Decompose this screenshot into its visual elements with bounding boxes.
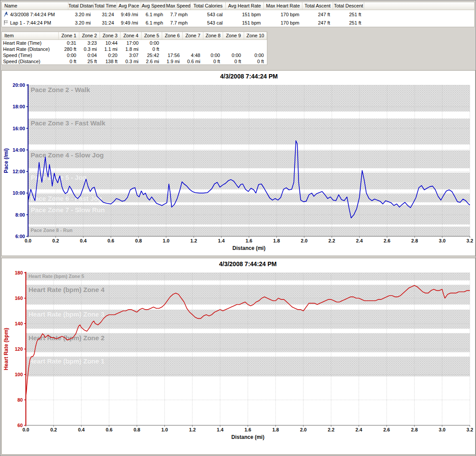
cell-zone-2: 0:04 (79, 52, 100, 58)
cell-zone-7 (183, 46, 203, 52)
cell-zone-3: 138 ft (100, 58, 121, 64)
x-tick-label: 1.4 (218, 238, 225, 243)
cell-zone-5: 2.6 mi (142, 58, 162, 64)
row-label: Speed (Distance) (3, 59, 40, 64)
x-tick-label: 0.6 (106, 427, 112, 432)
column-header-max-heart-rate[interactable]: Max Heart Rate (264, 2, 302, 10)
zone-label: Pace Zone 2 - Walk (31, 86, 90, 93)
cell-zone-10 (244, 46, 267, 52)
x-tick-label: 1.2 (190, 238, 197, 243)
x-tick-label: 2.0 (301, 238, 307, 243)
zones-table: ItemZone 1Zone 2Zone 3Zone 4Zone 5Zone 6… (1, 32, 267, 65)
y-tick-label: 120 (15, 346, 23, 352)
zone-stat-row[interactable]: Speed (Distance)0 ft25 ft138 ft0.3 mi2.6… (2, 58, 267, 64)
y-tick-label: 14:00 (13, 147, 25, 153)
cell-zone-4: 17:00 (121, 40, 142, 46)
cell-total-time: 31:24 (94, 18, 117, 27)
x-tick-label: 1.6 (245, 238, 252, 243)
runner-icon (3, 11, 9, 17)
column-header-item[interactable]: Item (2, 32, 59, 39)
zone-stat-row[interactable]: Heart Rate (Time)0:313:2310:4417:000:00 (2, 40, 267, 46)
cell-avg-pace: 9:49 /mi (117, 18, 141, 27)
column-header-zone-3[interactable]: Zone 3 (100, 32, 121, 39)
column-header-zone-2[interactable]: Zone 2 (79, 32, 100, 39)
cell-zone-1: 280 ft (59, 46, 79, 52)
column-header-zone-9[interactable]: Zone 9 (223, 32, 244, 39)
y-tick-label: 8:00 (15, 212, 25, 217)
y-tick-label: 80 (18, 397, 23, 403)
zone-label: Heart Rate (bpm) Zone 5 (28, 274, 84, 279)
x-axis-label: Distance (mi) (232, 245, 265, 251)
column-header-avg-pace[interactable]: Avg Pace (117, 2, 141, 10)
cell-zone-4: 1.8 mi (121, 46, 142, 52)
zone-band (28, 173, 470, 189)
column-header-zone-6[interactable]: Zone 6 (162, 32, 183, 39)
cell-zone-7 (183, 40, 203, 46)
column-header-zone-1[interactable]: Zone 1 (59, 32, 79, 39)
column-header-zone-8[interactable]: Zone 8 (203, 32, 223, 39)
column-header-avg-heart-rate[interactable]: Avg Heart Rate (226, 2, 264, 10)
column-header-avg-speed[interactable]: Avg Speed (141, 2, 166, 10)
column-header-zone-7[interactable]: Zone 7 (183, 32, 203, 39)
activity-row[interactable]: 4/3/2008 7:44:24 PM3.20 mi31:249:49 /mi6… (2, 10, 474, 18)
column-header-name[interactable]: Name (2, 2, 68, 10)
zone-stat-row[interactable]: Speed (Time)0:000:040:203:0725:4217:564:… (2, 52, 267, 58)
column-header-max-speed[interactable]: Max Speed (166, 2, 191, 10)
app-window: NameTotal DistanceTotal TimeAvg PaceAvg … (0, 0, 476, 456)
x-tick-label: 0.2 (50, 427, 57, 432)
row-label-cell: Lap 1 - 7:44:24 PM (2, 18, 68, 27)
cell-zone-10: 0 ft (244, 58, 267, 64)
cell-zone-1: 0 ft (59, 58, 79, 64)
y-tick-label: 180 (15, 270, 23, 275)
zone-stat-row[interactable]: Heart Rate (Distance)280 ft0.3 mi1.1 mi1… (2, 46, 267, 52)
y-tick-label: 12:00 (13, 169, 25, 174)
cell-zone-6 (162, 40, 183, 46)
x-tick-label: 1.4 (217, 427, 224, 432)
column-header-total-calories[interactable]: Total Calories (191, 2, 226, 10)
x-tick-label: 2.2 (328, 427, 334, 432)
column-header-zone-10[interactable]: Zone 10 (244, 32, 267, 39)
x-tick-label: 0.8 (135, 238, 142, 243)
x-tick-label: 0.2 (52, 238, 59, 243)
row-label-cell: Speed (Time) (2, 52, 59, 58)
cell-zone-5: 0:00 (142, 40, 162, 46)
x-tick-label: 1.8 (273, 238, 280, 243)
row-label: Speed (Time) (3, 53, 32, 58)
cell-total-time: 31:24 (94, 10, 117, 18)
x-tick-label: 3.0 (439, 238, 445, 243)
cell-zone-2: 25 ft (79, 58, 100, 64)
zones-table-body: Heart Rate (Time)0:313:2310:4417:000:00H… (2, 40, 267, 64)
activity-row[interactable]: Lap 1 - 7:44:24 PM3.20 mi31:249:49 /mi6.… (2, 18, 474, 27)
y-tick-label: 160 (15, 296, 23, 301)
cell-zone-10: 0:00 (244, 52, 267, 58)
cell-zone-4: 0.3 mi (121, 58, 142, 64)
x-tick-label: 2.4 (355, 427, 362, 432)
column-header-total-distance[interactable]: Total Distance (68, 2, 94, 10)
row-label-cell: Heart Rate (Time) (2, 40, 59, 46)
row-label-cell: Speed (Distance) (2, 58, 59, 64)
row-label-cell: Heart Rate (Distance) (2, 46, 59, 52)
x-tick-label: 2.4 (356, 238, 363, 243)
cell-avg-pace: 9:49 /mi (117, 10, 141, 18)
column-header-total-time[interactable]: Total Time (94, 2, 117, 10)
column-header-total-ascent[interactable]: Total Ascent (302, 2, 333, 10)
x-tick-label: 0.4 (78, 427, 85, 432)
y-tick-label: 6:00 (15, 234, 25, 239)
zone-label: Pace Zone 4 - Slow Jog (31, 151, 104, 159)
row-label: Lap 1 - 7:44:24 PM (10, 20, 51, 25)
cell-zone-6 (162, 46, 183, 52)
cell-zone-3: 1.1 mi (100, 46, 121, 52)
y-axis-label: Heart Rate (bpm) (3, 328, 9, 370)
zone-label: Heart Rate (bpm) Zone 3 (28, 310, 104, 318)
zone-label: Pace Zone 3 - Fast Walk (31, 119, 106, 127)
cell-avg-speed: 6.1 mph (141, 10, 166, 18)
zone-label: Pace Zone 7 - Slow Run (31, 206, 105, 214)
cell-zone-9 (223, 46, 244, 52)
y-axis-label: Pace (/mi) (3, 148, 9, 173)
cell-zone-1: 0:00 (59, 52, 79, 58)
column-header-zone-5[interactable]: Zone 5 (142, 32, 162, 39)
column-header-total-descent[interactable]: Total Descent (333, 2, 364, 10)
column-header-zone-4[interactable]: Zone 4 (121, 32, 142, 39)
zone-label: Heart Rate (bpm) Zone 1 (28, 357, 104, 365)
zone-label: Pace Zone 6 - Fast Jog (31, 195, 102, 202)
